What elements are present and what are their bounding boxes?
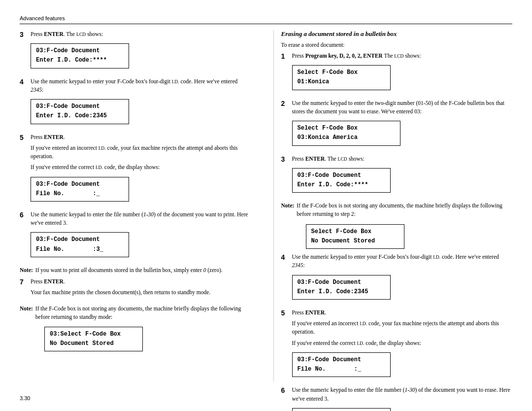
r-enter-key-3: ENTER xyxy=(305,156,325,162)
left-column: 3 Press ENTER. The LCD shows: 03:F-Code … xyxy=(20,30,259,382)
step-5-intro: Press ENTER. xyxy=(31,133,251,141)
step-6-content: Use the numeric keypad to enter the file… xyxy=(31,210,251,261)
r-note-3-label: Note: xyxy=(281,202,295,219)
r-step-2-num: 2 xyxy=(281,99,289,108)
r-step-6-text: Use the numeric keypad to enter the file… xyxy=(292,386,513,403)
step-7: 7 Press ENTER. Your fax machine prints t… xyxy=(20,277,251,300)
r-step-1-content: Press Program key, D, 2, 0, 2, ENTER The… xyxy=(292,52,513,94)
r-program-key-label: Program key, D, 2, 0, 2, ENTER xyxy=(305,53,383,59)
step-7-num: 7 xyxy=(20,277,28,286)
step-4-num: 4 xyxy=(20,77,28,86)
step-6-text: Use the numeric keypad to enter the file… xyxy=(31,210,251,228)
step-5: 5 Press ENTER. If you've entered an inco… xyxy=(20,133,251,206)
r-step-4-lcd: 03:F-Code DocumentEnter I.D. Code:2345 xyxy=(292,275,391,300)
step-5-body1: If you've entered an incorrect I.D. code… xyxy=(31,144,251,161)
r-step-3-text: Press ENTER. The LCD shows: xyxy=(292,155,513,163)
note-1-label: Note: xyxy=(20,266,33,274)
r-step-2: 2 Use the numeric keypad to enter the tw… xyxy=(281,99,513,150)
step-6-lcd: 03:F-Code DocumentFile No. :3_ xyxy=(31,232,129,257)
note-2-label: Note: xyxy=(20,305,33,322)
enter-key-label-7: ENTER xyxy=(44,278,64,284)
header-title: Advanced features xyxy=(20,15,65,21)
r-step-3-lcd: 03:F-Code DocumentEnter I.D. Code:**** xyxy=(292,168,391,193)
note-2: Note: If the F-Code box is not storing a… xyxy=(20,305,251,322)
r-step-3-num: 3 xyxy=(281,155,289,164)
lcd-abbr: LCD xyxy=(76,32,86,37)
step-6-num: 6 xyxy=(20,210,28,219)
r-step-1-lcd: Select F-Code Box01:Konica xyxy=(292,65,391,90)
enter-key-label-5: ENTER xyxy=(44,134,64,140)
r-step-1: 1 Press Program key, D, 2, 0, 2, ENTER T… xyxy=(281,52,513,94)
r-step-5-content: Press ENTER. If you've entered an incorr… xyxy=(292,308,513,381)
r-step-3-content: Press ENTER. The LCD shows: 03:F-Code Do… xyxy=(292,155,513,197)
note-1-text: If you want to print all documents store… xyxy=(35,266,251,274)
step-5-content: Press ENTER. If you've entered an incorr… xyxy=(31,133,251,206)
r-step-2-content: Use the numeric keypad to enter the two-… xyxy=(292,99,513,150)
section-title: Erasing a document stored in a bulletin … xyxy=(281,30,513,38)
r-step-4-num: 4 xyxy=(281,253,289,262)
r-note-3-text: If the F-Code box is not storing any doc… xyxy=(297,202,512,219)
r-step-1-num: 1 xyxy=(281,52,289,61)
step-4-text: Use the numeric keypad to enter your F-C… xyxy=(31,77,251,95)
step-7-content: Press ENTER. Your fax machine prints the… xyxy=(31,277,251,300)
r-step-5-intro: Press ENTER. xyxy=(292,308,513,317)
step-3: 3 Press ENTER. The LCD shows: 03:F-Code … xyxy=(20,30,251,72)
r-note-3-lcd: Select F-Code BoxNo Document Stored xyxy=(306,224,404,249)
r-step-5-body2: If you've entered the correct I.D. code,… xyxy=(292,339,513,347)
columns: 3 Press ENTER. The LCD shows: 03:F-Code … xyxy=(20,30,512,382)
step-6: 6 Use the numeric keypad to enter the fi… xyxy=(20,210,251,261)
r-step-5-num: 5 xyxy=(281,308,289,317)
r-step-4-text: Use the numeric keypad to enter your F-C… xyxy=(292,253,513,270)
to-text: To erase a stored document: xyxy=(281,42,513,48)
r-step-5: 5 Press ENTER. If you've entered an inco… xyxy=(281,308,513,381)
step-3-content: Press ENTER. The LCD shows: 03:F-Code Do… xyxy=(31,30,251,72)
step-3-text: Press ENTER. The LCD shows: xyxy=(31,30,251,38)
step-4-content: Use the numeric keypad to enter your F-C… xyxy=(31,77,251,128)
header-section: Advanced features xyxy=(20,15,512,24)
right-column: Erasing a document stored in a bulletin … xyxy=(273,30,513,382)
note-1: Note: If you want to print all documents… xyxy=(20,266,251,274)
note-2-text: If the F-Code box is not storing any doc… xyxy=(35,305,251,322)
r-step-4: 4 Use the numeric keypad to enter your F… xyxy=(281,253,513,304)
step-3-lcd: 03:F-Code DocumentEnter I.D. Code:**** xyxy=(31,43,129,68)
r-step-4-content: Use the numeric keypad to enter your F-C… xyxy=(292,253,513,304)
note-2-lcd: 03:Select F-Code BoxNo Document Stored xyxy=(44,327,143,351)
r-note-3: Note: If the F-Code box is not storing a… xyxy=(281,202,513,219)
r-step-2-lcd: Select F-Code Box03:Konica America xyxy=(292,121,400,145)
step-3-num: 3 xyxy=(20,30,28,39)
r-step-2-text: Use the numeric keypad to enter the two-… xyxy=(292,99,513,116)
step-5-body2: If you've entered the correct I.D. code,… xyxy=(31,163,251,171)
r-step-1-text: Press Program key, D, 2, 0, 2, ENTER The… xyxy=(292,52,513,60)
step-4: 4 Use the numeric keypad to enter your F… xyxy=(20,77,251,128)
page-number: 3.30 xyxy=(20,395,30,401)
r-step-5-lcd: 03:F-Code DocumentFile No. :_ xyxy=(292,352,391,377)
r-step-5-body1: If you've entered an incorrect I.D. code… xyxy=(292,319,513,337)
r-enter-key-5: ENTER xyxy=(305,309,325,315)
r-step-6-content: Use the numeric keypad to enter the file… xyxy=(292,386,513,411)
step-7-intro: Press ENTER. xyxy=(31,277,251,286)
r-step-6-num: 6 xyxy=(281,386,289,395)
r-step-3: 3 Press ENTER. The LCD shows: 03:F-Code … xyxy=(281,155,513,197)
step-5-lcd: 03:F-Code DocumentFile No. :_ xyxy=(31,177,129,202)
step-5-num: 5 xyxy=(20,133,28,142)
r-step-6: 6 Use the numeric keypad to enter the fi… xyxy=(281,386,513,411)
step-7-body: Your fax machine prints the chosen docum… xyxy=(31,288,251,297)
step-4-lcd: 03:F-Code DocumentEnter I.D. Code:2345 xyxy=(31,99,129,124)
r-step-6-lcd: 03:F-Code DocumentFile No. :3_ xyxy=(292,408,391,411)
page-container: Advanced features 3 Press ENTER. The LCD… xyxy=(0,0,532,411)
enter-key-label: ENTER xyxy=(44,31,64,37)
